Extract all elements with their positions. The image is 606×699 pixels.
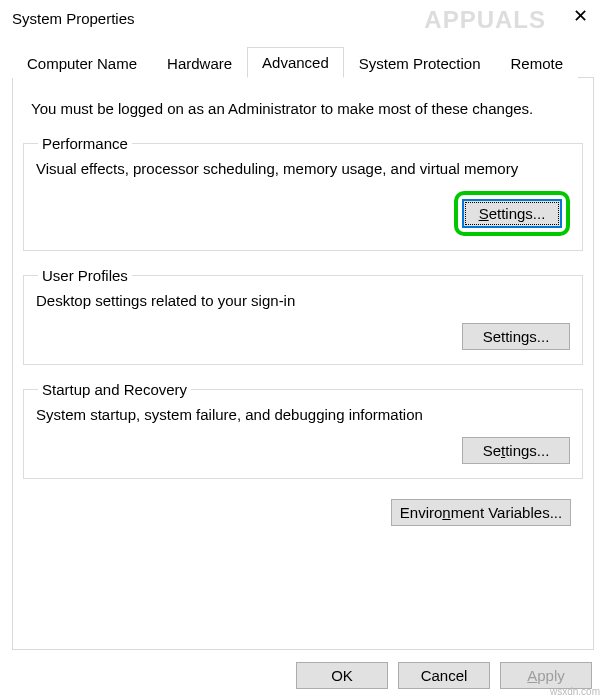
tab-hardware[interactable]: Hardware	[152, 48, 247, 78]
group-startup-recovery-legend: Startup and Recovery	[38, 381, 191, 398]
watermark-url: wsxdn.com	[550, 686, 600, 697]
group-startup-recovery-desc: System startup, system failure, and debu…	[36, 406, 570, 423]
group-performance: Performance Visual effects, processor sc…	[23, 135, 583, 251]
group-startup-recovery: Startup and Recovery System startup, sys…	[23, 381, 583, 479]
admin-note: You must be logged on as an Administrato…	[31, 100, 575, 117]
group-startup-recovery-button-row: Settings...	[36, 437, 570, 464]
tabstrip: Computer Name Hardware Advanced System P…	[12, 46, 594, 78]
group-performance-desc: Visual effects, processor scheduling, me…	[36, 160, 570, 177]
performance-settings-button[interactable]: Settings...	[462, 199, 562, 228]
group-user-profiles: User Profiles Desktop settings related t…	[23, 267, 583, 365]
tab-advanced[interactable]: Advanced	[247, 47, 344, 78]
group-user-profiles-button-row: Settings...	[36, 323, 570, 350]
window-title: System Properties	[12, 10, 135, 27]
close-button[interactable]: ✕	[560, 2, 600, 30]
ok-button[interactable]: OK	[296, 662, 388, 689]
group-performance-legend: Performance	[38, 135, 132, 152]
apply-button[interactable]: Apply	[500, 662, 592, 689]
highlight-performance-settings: Settings...	[454, 191, 570, 236]
group-performance-button-row: Settings...	[36, 191, 570, 236]
group-user-profiles-legend: User Profiles	[38, 267, 132, 284]
cancel-button[interactable]: Cancel	[398, 662, 490, 689]
tab-computer-name[interactable]: Computer Name	[12, 48, 152, 78]
tab-panel-advanced: You must be logged on as an Administrato…	[12, 78, 594, 650]
environment-variables-row: Environment Variables...	[23, 499, 583, 526]
close-icon: ✕	[573, 5, 588, 27]
environment-variables-button[interactable]: Environment Variables...	[391, 499, 571, 526]
tab-system-protection[interactable]: System Protection	[344, 48, 496, 78]
group-user-profiles-desc: Desktop settings related to your sign-in	[36, 292, 570, 309]
system-properties-window: System Properties ✕ APPUALS Computer Nam…	[0, 0, 606, 699]
dialog-buttons: OK Cancel Apply	[296, 662, 592, 689]
tab-remote[interactable]: Remote	[496, 48, 579, 78]
user-profiles-settings-button[interactable]: Settings...	[462, 323, 570, 350]
titlebar: System Properties ✕	[0, 0, 606, 36]
startup-recovery-settings-button[interactable]: Settings...	[462, 437, 570, 464]
